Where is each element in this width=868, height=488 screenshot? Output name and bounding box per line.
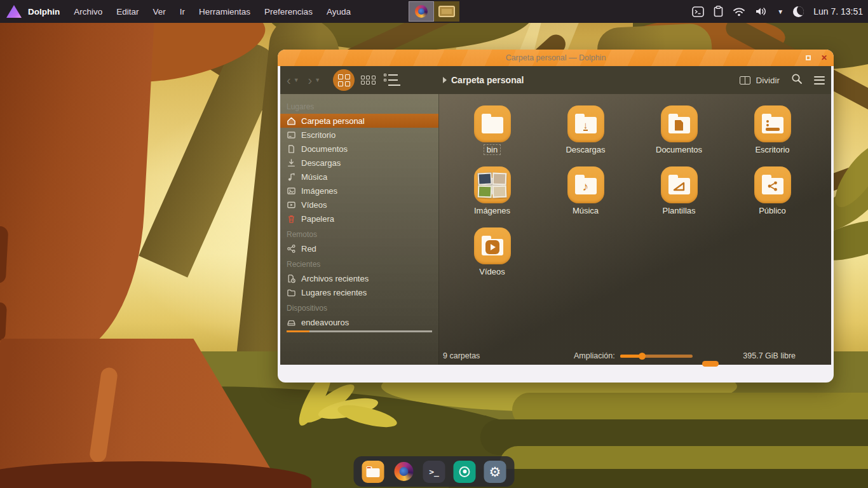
download-icon xyxy=(287,158,296,168)
terminal-tray-icon[interactable] xyxy=(692,6,704,17)
dock: >_ ⚙ xyxy=(354,456,515,487)
desktop-icon xyxy=(287,130,296,140)
dock-welcome-center[interactable] xyxy=(454,461,476,483)
sidebar-item-documentos[interactable]: Documentos xyxy=(280,142,438,156)
section-remotos: Remotos xyxy=(280,226,438,241)
folder-videos[interactable]: Vídeos xyxy=(445,227,539,288)
top-panel: Dolphin Archivo Editar Ver Ir Herramient… xyxy=(0,0,868,23)
dock-terminal[interactable]: >_ xyxy=(423,461,445,483)
horizontal-scrollbar[interactable] xyxy=(702,361,719,367)
statusbar: 9 carpetas Ampliación: 395.7 GiB libre xyxy=(439,347,831,365)
menu-editar[interactable]: Editar xyxy=(116,7,139,17)
menu-preferencias[interactable]: Preferencias xyxy=(264,7,313,17)
taskbar-item-firefox[interactable] xyxy=(409,1,434,22)
menu-ver[interactable]: Ver xyxy=(153,7,166,17)
menu-herramientas[interactable]: Herramientas xyxy=(199,7,250,17)
drive-icon xyxy=(287,318,296,327)
sidebar-item-papelera[interactable]: Papelera xyxy=(280,212,438,226)
sidebar-item-endeavouros[interactable]: endeavouros xyxy=(280,315,438,329)
sidebar-item-lugares-recientes[interactable]: Lugares recientes xyxy=(280,285,438,299)
dock-system-settings[interactable]: ⚙ xyxy=(484,461,506,483)
photo-thumbnails xyxy=(478,173,507,197)
search-button[interactable] xyxy=(791,73,803,87)
back-button[interactable]: ‹▼ xyxy=(287,74,299,86)
menu-ir[interactable]: Ir xyxy=(180,7,185,17)
zoom-label: Ampliación: xyxy=(574,351,615,360)
chevron-down-icon[interactable]: ▼ xyxy=(777,8,783,15)
desktop: Dolphin Archivo Editar Ver Ir Herramient… xyxy=(0,0,868,488)
music-icon xyxy=(287,172,296,182)
compact-view-button[interactable] xyxy=(357,69,379,91)
folder-documentos[interactable]: Documentos xyxy=(632,105,726,166)
maximize-button[interactable] xyxy=(806,55,811,60)
recent-places-icon xyxy=(287,288,296,297)
dock-file-manager[interactable] xyxy=(362,461,384,483)
menu-archivo[interactable]: Archivo xyxy=(74,7,102,17)
firefox-icon xyxy=(415,5,428,18)
folder-count: 9 carpetas xyxy=(443,351,480,360)
forward-button[interactable]: ›▼ xyxy=(308,74,321,86)
sidebar-item-descargas[interactable]: Descargas xyxy=(280,156,438,170)
sidebar-item-archivos-recientes[interactable]: Archivos recientes xyxy=(280,271,438,285)
network-icon xyxy=(287,244,296,254)
titlebar[interactable]: Carpeta personal — Dolphin ✕ xyxy=(278,50,834,66)
wifi-icon[interactable] xyxy=(733,7,745,17)
trash-icon xyxy=(287,214,296,224)
distro-logo-icon[interactable] xyxy=(6,5,22,18)
image-icon xyxy=(287,186,296,196)
folder-bin[interactable]: bin xyxy=(445,105,539,166)
dock-firefox[interactable] xyxy=(393,461,415,483)
section-lugares: Lugares xyxy=(280,98,438,114)
zoom-slider[interactable] xyxy=(620,355,693,358)
folder-escritorio[interactable]: Escritorio xyxy=(726,105,819,166)
clipboard-icon[interactable] xyxy=(714,6,723,17)
dolphin-window: Carpeta personal — Dolphin ✕ ‹▼ ›▼ xyxy=(278,50,834,383)
breadcrumb[interactable]: Carpeta personal xyxy=(443,75,524,85)
folder-imagenes[interactable]: Imágenes xyxy=(445,166,539,227)
icons-view-button[interactable] xyxy=(333,69,355,91)
folder-musica[interactable]: ♪ Música xyxy=(539,166,632,227)
dolphin-task-icon xyxy=(438,6,455,17)
folder-publico[interactable]: Público xyxy=(726,166,819,227)
folder-view: bin ↓ Descargas Documentos Escritori xyxy=(439,94,831,365)
toolbar: ‹▼ ›▼ Carpeta personal xyxy=(280,66,831,94)
details-view-button[interactable] xyxy=(381,69,403,91)
clock[interactable]: Lun 7. 13:51 xyxy=(813,6,863,17)
free-space: 395.7 GiB libre xyxy=(743,351,796,360)
sidebar-item-carpeta-personal[interactable]: Carpeta personal xyxy=(280,114,438,128)
sidebar-item-red[interactable]: Red xyxy=(280,241,438,255)
menu-button[interactable] xyxy=(814,76,825,85)
folder-descargas[interactable]: ↓ Descargas xyxy=(539,105,632,166)
video-icon xyxy=(287,200,296,210)
close-button[interactable]: ✕ xyxy=(821,54,827,62)
section-recientes: Recientes xyxy=(280,255,438,271)
window-title: Carpeta personal — Dolphin xyxy=(506,53,606,62)
firefox-icon xyxy=(394,462,413,481)
split-view-button[interactable]: Dividir xyxy=(740,76,780,85)
sidebar-item-escritorio[interactable]: Escritorio xyxy=(280,128,438,142)
active-app-name: Dolphin xyxy=(28,7,60,17)
recent-files-icon xyxy=(287,274,296,283)
split-view-icon xyxy=(740,76,750,85)
section-dispositivos: Dispositivos xyxy=(280,299,438,315)
document-icon xyxy=(287,144,296,154)
night-mode-icon[interactable] xyxy=(793,6,804,17)
sidebar-item-videos[interactable]: Vídeos xyxy=(280,198,438,212)
places-panel: Lugares Carpeta personal Escritorio Docu… xyxy=(280,94,439,365)
sidebar-item-musica[interactable]: Música xyxy=(280,170,438,184)
breadcrumb-arrow-icon xyxy=(443,77,447,83)
home-icon xyxy=(287,116,296,126)
volume-icon[interactable] xyxy=(755,6,768,17)
sidebar-item-imagenes[interactable]: Imágenes xyxy=(280,184,438,198)
menu-ayuda[interactable]: Ayuda xyxy=(327,7,351,17)
taskbar-item-dolphin[interactable] xyxy=(434,1,459,22)
folder-plantillas[interactable]: Plantillas xyxy=(632,166,726,227)
zoom-slider-handle[interactable] xyxy=(639,353,646,360)
disk-usage-bar xyxy=(287,330,432,332)
